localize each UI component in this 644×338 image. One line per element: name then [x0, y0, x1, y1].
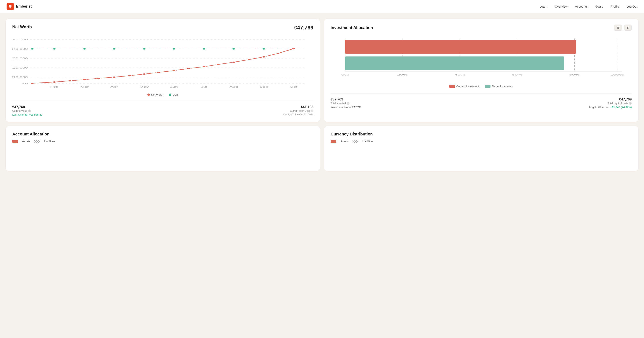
- nav-profile[interactable]: Profile: [610, 5, 619, 8]
- svg-point-25: [112, 48, 116, 50]
- svg-point-28: [202, 48, 206, 50]
- svg-point-22: [30, 48, 34, 50]
- total-invested-label: Total Invested i: [330, 102, 361, 105]
- svg-text:Jun: Jun: [170, 86, 178, 88]
- svg-text:Jul: Jul: [201, 86, 207, 88]
- brand: Emberist: [6, 3, 32, 10]
- nav-accounts[interactable]: Accounts: [575, 5, 588, 8]
- total-liquid-info[interactable]: i: [629, 102, 632, 105]
- svg-rect-58: [345, 56, 564, 70]
- percent-button[interactable]: %: [614, 24, 622, 31]
- svg-text:Oct: Oct: [290, 86, 297, 88]
- svg-point-41: [172, 70, 176, 71]
- svg-text:Apr: Apr: [110, 86, 118, 88]
- bar-chart-area: 0% 20% 40% 60% 80% 100% Current Investme…: [330, 36, 632, 94]
- svg-point-42: [187, 68, 190, 69]
- ia-stats: €37,769 Total Invested i Investment Rati…: [330, 94, 632, 109]
- svg-point-40: [156, 72, 160, 73]
- svg-point-43: [202, 66, 206, 67]
- svg-text:100%: 100%: [610, 73, 624, 76]
- legend-current-investment: Current Investment: [449, 85, 479, 88]
- svg-text:€0: €0: [22, 82, 28, 85]
- nw-value: €47,769: [294, 24, 314, 31]
- svg-point-34: [68, 80, 72, 82]
- nw-header: Net Worth €47,769: [12, 24, 314, 31]
- target-investment-swatch: [485, 85, 490, 88]
- svg-point-33: [53, 81, 56, 83]
- nav-goals[interactable]: Goals: [595, 5, 603, 8]
- currency-distribution-legend: Assets Liabilities: [330, 140, 632, 143]
- target-diff: Target Difference: +€1,942 (+4.07%): [589, 106, 632, 109]
- nav-logout[interactable]: Log Out: [626, 5, 638, 8]
- svg-point-26: [142, 48, 146, 50]
- total-liquid-label: Total Liquid Assets i: [589, 102, 632, 105]
- ia-buttons: % $: [614, 24, 632, 31]
- stat-current-value: €47,769 Current Value i Last Change: +€8…: [12, 105, 42, 116]
- svg-point-45: [232, 61, 236, 63]
- svg-rect-57: [345, 40, 576, 54]
- svg-point-27: [172, 48, 176, 50]
- investment-ratio: Investment Ratio: 79.07%: [330, 106, 361, 109]
- svg-text:Feb: Feb: [50, 86, 58, 88]
- account-allocation-legend: Assets Liabilities: [12, 140, 314, 143]
- total-invested-info[interactable]: i: [346, 102, 350, 105]
- networth-dot: [147, 94, 150, 96]
- svg-point-47: [262, 56, 266, 58]
- total-invested-block: €37,769 Total Invested i Investment Rati…: [330, 97, 361, 109]
- current-value-info[interactable]: i: [28, 109, 31, 112]
- nav-links: Learn Overview Accounts Goals Profile Lo…: [540, 5, 638, 8]
- current-value: €47,769: [12, 105, 42, 109]
- svg-point-30: [262, 48, 266, 50]
- svg-text:20%: 20%: [397, 73, 408, 76]
- net-worth-chart: €50,000 €40,000 €30,000 €20,000 €10,000 …: [12, 33, 314, 91]
- last-change: Last Change: +€8,896.43: [12, 113, 42, 116]
- navbar: Emberist Learn Overview Accounts Goals P…: [0, 0, 644, 13]
- svg-point-29: [232, 48, 236, 50]
- goal-dot: [169, 94, 171, 96]
- svg-point-39: [142, 73, 146, 75]
- account-allocation-card: Account Allocation Assets Liabilities: [6, 126, 320, 171]
- currency-liabilities-swatch: [352, 140, 358, 143]
- app-name: Emberist: [16, 4, 32, 8]
- svg-point-23: [53, 48, 56, 50]
- nav-learn[interactable]: Learn: [540, 5, 547, 8]
- svg-point-36: [97, 78, 100, 79]
- svg-text:Mar: Mar: [80, 86, 89, 88]
- svg-point-24: [82, 48, 86, 50]
- goal-label: Current Year Goal i: [283, 109, 314, 112]
- currency-assets-swatch: [330, 140, 336, 143]
- main-content: Net Worth €47,769 €50,000 €40,000 €30,00…: [0, 13, 644, 177]
- svg-text:Sep: Sep: [260, 86, 268, 88]
- svg-text:0%: 0%: [341, 73, 349, 76]
- legend-goal: Goal: [169, 93, 178, 96]
- svg-text:80%: 80%: [569, 73, 580, 76]
- ia-title: Investment Allocation: [330, 25, 373, 30]
- total-liquid-value: €47,769: [589, 97, 632, 102]
- legend-networth: Net Worth: [147, 93, 163, 96]
- goal-info[interactable]: i: [310, 109, 314, 112]
- goal-value: €41,103: [283, 105, 314, 109]
- svg-text:€50,000: €50,000: [12, 38, 28, 41]
- current-value-label: Current Value i: [12, 109, 42, 112]
- chart-legend: Net Worth Goal: [12, 93, 314, 96]
- currency-distribution-card: Currency Distribution Assets Liabilities: [324, 126, 638, 171]
- total-invested-value: €37,769: [330, 97, 361, 102]
- svg-point-48: [276, 53, 280, 54]
- nav-overview[interactable]: Overview: [555, 5, 568, 8]
- net-worth-card: Net Worth €47,769 €50,000 €40,000 €30,00…: [6, 19, 320, 122]
- svg-text:€20,000: €20,000: [12, 66, 28, 69]
- bar-chart-legend: Current Investment Target Investment: [330, 85, 632, 88]
- svg-text:€30,000: €30,000: [12, 57, 28, 60]
- svg-point-44: [216, 64, 220, 65]
- account-allocation-title: Account Allocation: [12, 132, 314, 137]
- nw-stats: €47,769 Current Value i Last Change: +€8…: [12, 101, 314, 116]
- svg-text:60%: 60%: [512, 73, 522, 76]
- svg-point-49: [292, 48, 295, 49]
- svg-text:€40,000: €40,000: [12, 48, 28, 50]
- stat-goal: €41,103 Current Year Goal i Oct 7, 2024 …: [283, 105, 314, 116]
- dollar-button[interactable]: $: [624, 24, 632, 31]
- liabilities-swatch: [34, 140, 40, 143]
- app-logo: [6, 3, 14, 10]
- ia-header: Investment Allocation % $: [330, 24, 632, 31]
- current-investment-swatch: [449, 85, 455, 88]
